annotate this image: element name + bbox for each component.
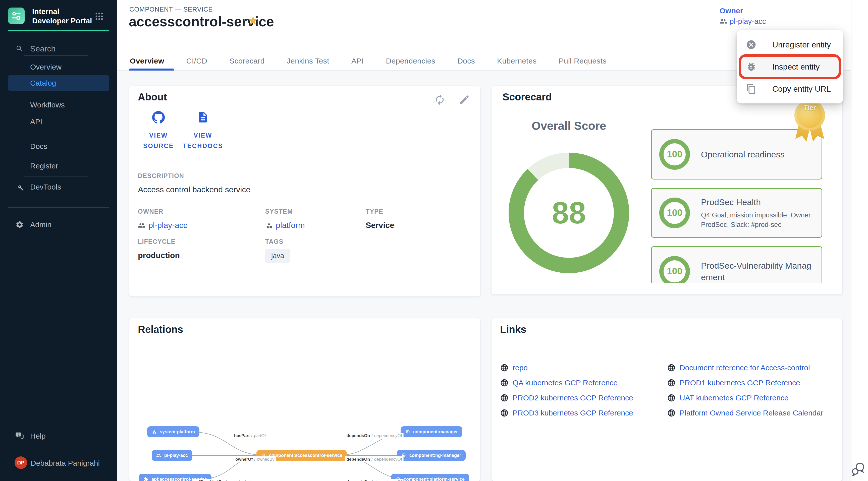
- overall-score-donut: 88: [508, 153, 629, 273]
- sidebar: Internal Developer Portal Search Overvie…: [0, 0, 117, 481]
- link-document-reference[interactable]: Document reference for Access-control: [667, 363, 834, 372]
- sidebar-item-help[interactable]: ? Help: [8, 428, 109, 444]
- owner-field-value: pl-play-acc: [149, 221, 187, 230]
- user-name[interactable]: Debabrata Panigrahi: [31, 459, 100, 468]
- scorecard-badge[interactable]: 100 ProdSec Health Q4 Goal, mission impo…: [651, 188, 822, 238]
- scorecard-badge[interactable]: 100 Operational readiness: [651, 129, 822, 180]
- portal-logo[interactable]: [8, 7, 25, 24]
- system-field-link[interactable]: platform: [265, 221, 305, 230]
- lifecycle-field: LIFECYCLE production: [138, 238, 180, 260]
- sidebar-item-overview[interactable]: Overview: [8, 59, 109, 75]
- view-techdocs-button[interactable]: VIEW TECHDOCS: [182, 111, 224, 151]
- breadcrumb: COMPONENT — SERVICE: [129, 5, 213, 13]
- scorecard-badges: 100 Operational readiness 100 ProdSec He…: [651, 129, 822, 283]
- edge-label-dependson-2: dependsOn/dependencyOf: [345, 456, 404, 462]
- link-repo[interactable]: repo: [500, 363, 667, 372]
- node-label: system:platform: [160, 429, 195, 435]
- sidebar-item-label: Help: [30, 432, 46, 440]
- relation-node-component-manager[interactable]: component:manager: [401, 426, 462, 437]
- link-prod3-kubernetes[interactable]: PROD3 kubernetes GCP Reference: [500, 409, 667, 417]
- menu-item-inspect-entity[interactable]: Inspect entity: [737, 57, 843, 76]
- link-label: PROD3 kubernetes GCP Reference: [513, 409, 633, 417]
- link-label: repo: [513, 363, 528, 372]
- sidebar-item-label: Register: [30, 162, 58, 170]
- svg-text:?: ?: [17, 433, 19, 437]
- help-chat-icon: ?: [15, 431, 24, 441]
- sidebar-item-workflows[interactable]: Workflows: [8, 97, 109, 113]
- tab-docs[interactable]: Docs: [446, 52, 486, 70]
- menu-item-unregister-entity[interactable]: Unregister entity: [737, 35, 843, 54]
- tab-overview[interactable]: Overview: [129, 52, 175, 70]
- link-prod2-kubernetes[interactable]: PROD2 kubernetes GCP Reference: [500, 394, 667, 402]
- refresh-icon[interactable]: [434, 94, 445, 105]
- node-label: component:ng-manager: [409, 453, 461, 458]
- links-card-title: Links: [500, 324, 526, 335]
- badge-score-ring: 100: [659, 256, 690, 283]
- badge-title: ProdSec Health: [701, 196, 814, 208]
- link-uat-kubernetes[interactable]: UAT kubernetes GCP Reference: [667, 394, 834, 402]
- link-qa-kubernetes[interactable]: QA kubernetes GCP Reference: [500, 379, 667, 387]
- relation-node-component-ng-manager[interactable]: component:ng-manager: [397, 450, 466, 461]
- sidebar-item-admin[interactable]: Admin: [8, 216, 109, 233]
- link-release-calendar[interactable]: Platform Owned Service Release Calendar: [667, 409, 834, 417]
- gear-icon: [15, 220, 24, 229]
- edge-label-ownerof: ownerOf/ownedBy: [234, 456, 276, 462]
- links-grid: repo QA kubernetes GCP Reference PROD2 k…: [500, 363, 834, 417]
- relations-card: Relations system:platform pl-play-acc: [129, 318, 480, 481]
- relation-node-pl-play-acc[interactable]: pl-play-acc: [152, 450, 192, 461]
- badge-title: Operational readiness: [701, 149, 814, 160]
- sidebar-accent-rule: [8, 30, 109, 31]
- sidebar-item-label: Overview: [30, 63, 62, 71]
- owner-field-link[interactable]: pl-play-acc: [138, 221, 187, 230]
- tab-dependencies[interactable]: Dependencies: [375, 52, 446, 70]
- link-label: PROD1 kubernetes GCP Reference: [680, 379, 800, 387]
- scrollbar-track[interactable]: [851, 0, 868, 481]
- tab-jenkins-test[interactable]: Jenkins Test: [276, 52, 340, 70]
- tag-chip-java[interactable]: java: [265, 249, 290, 263]
- owner-value: pl-play-acc: [730, 17, 766, 26]
- app-root: Internal Developer Portal Search Overvie…: [0, 0, 868, 481]
- tab-scorecard[interactable]: Scorecard: [218, 52, 276, 70]
- search-icon: [16, 45, 24, 53]
- view-source-button[interactable]: VIEW SOURCE: [138, 111, 179, 151]
- user-avatar[interactable]: DP: [14, 456, 27, 469]
- wrench-icon: [15, 183, 24, 192]
- sidebar-item-devtools[interactable]: DevTools: [8, 179, 109, 195]
- relation-node-system-platform[interactable]: system:platform: [147, 426, 199, 437]
- favorite-star-icon[interactable]: ★: [248, 14, 258, 27]
- owner-field-label: OWNER: [138, 208, 187, 215]
- scorecard-badge[interactable]: 100 ProdSec-Vulnerability Management: [651, 246, 822, 283]
- sidebar-item-label: API: [30, 118, 42, 126]
- sidebar-item-register[interactable]: Register: [8, 158, 109, 174]
- link-label: Platform Owned Service Release Calendar: [680, 409, 823, 417]
- tab-pull-requests[interactable]: Pull Requests: [548, 52, 618, 70]
- node-label: component:manager: [413, 429, 458, 435]
- edit-pencil-icon[interactable]: [459, 94, 470, 105]
- tab-api[interactable]: API: [340, 52, 375, 70]
- tags-field-label: TAGS: [265, 238, 290, 245]
- chat-support-icon[interactable]: [851, 461, 866, 477]
- sidebar-item-api[interactable]: API: [8, 114, 109, 130]
- app-launcher-icon[interactable]: [94, 11, 104, 21]
- bug-icon: [746, 61, 757, 72]
- techdocs-document-icon: [197, 111, 209, 124]
- owner-field: OWNER pl-play-acc: [138, 208, 187, 230]
- owner-link[interactable]: pl-play-acc: [719, 17, 766, 26]
- tab-kubernetes[interactable]: Kubernetes: [486, 52, 548, 70]
- type-field: TYPE Service: [366, 208, 394, 230]
- badge-score: 100: [667, 149, 682, 160]
- menu-item-copy-entity-url[interactable]: Copy entity URL: [737, 79, 843, 98]
- system-field: SYSTEM platform: [265, 208, 305, 230]
- api-puzzle-icon: [144, 477, 149, 481]
- link-prod1-kubernetes[interactable]: PROD1 kubernetes GCP Reference: [667, 379, 834, 387]
- sidebar-item-docs[interactable]: Docs: [8, 138, 109, 155]
- sidebar-item-label: Catalog: [30, 79, 56, 87]
- search-input[interactable]: Search: [16, 42, 91, 55]
- globe-icon: [500, 379, 508, 387]
- system-icon: [265, 222, 273, 229]
- node-label: pl-play-acc: [164, 453, 188, 458]
- sidebar-item-catalog[interactable]: Catalog: [8, 75, 109, 91]
- tab-cicd[interactable]: CI/CD: [175, 52, 218, 70]
- view-source-label: VIEW SOURCE: [138, 130, 179, 151]
- menu-item-label: Inspect entity: [772, 62, 820, 71]
